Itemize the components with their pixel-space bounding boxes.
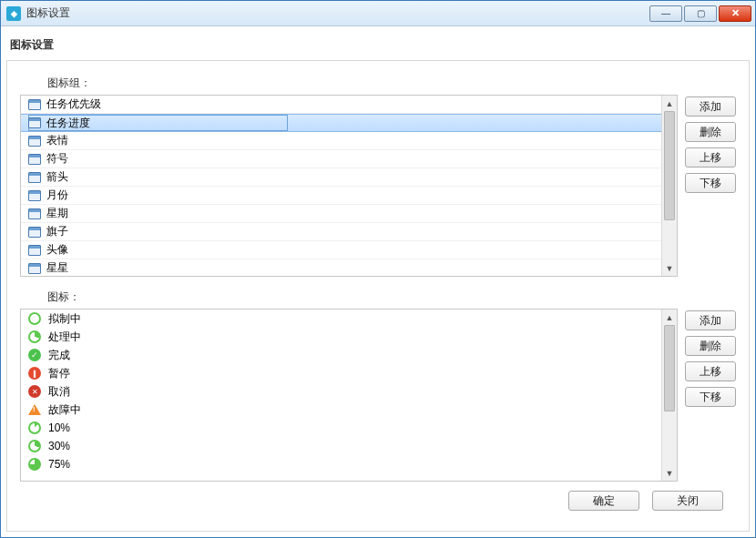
group-item-label: 符号 bbox=[46, 151, 68, 167]
progress-pie-icon bbox=[28, 458, 41, 471]
group-item-label: 旗子 bbox=[46, 224, 68, 239]
group-item-label: 月份 bbox=[46, 188, 68, 203]
groups-listbox[interactable]: 任务优先级任务进度表情符号箭头月份星期旗子头像星星 ▲ ▼ bbox=[20, 95, 678, 277]
warning-icon bbox=[28, 404, 41, 415]
icon-item-label: 取消 bbox=[48, 384, 70, 400]
footer: 确定 关闭 bbox=[20, 482, 736, 513]
minimize-button[interactable]: — bbox=[649, 5, 682, 22]
groups-add-button[interactable]: 添加 bbox=[685, 96, 736, 117]
group-item[interactable]: 头像 bbox=[21, 241, 661, 259]
icon-item[interactable]: 故障中 bbox=[21, 401, 661, 419]
icon-item-label: 拟制中 bbox=[48, 311, 81, 327]
content-area: 图标组： 任务优先级任务进度表情符号箭头月份星期旗子头像星星 ▲ ▼ 添加 删除 bbox=[6, 61, 750, 532]
scroll-up-icon[interactable]: ▲ bbox=[663, 310, 677, 324]
group-item-label: 任务进度 bbox=[46, 116, 90, 131]
progress-pie-icon bbox=[28, 421, 41, 434]
group-item-label: 星期 bbox=[46, 206, 68, 221]
scroll-track[interactable] bbox=[662, 111, 677, 260]
icon-item[interactable]: 暂停 bbox=[21, 364, 661, 382]
window-icon bbox=[28, 154, 41, 165]
group-item-label: 箭头 bbox=[46, 169, 68, 185]
progress-pie-icon bbox=[28, 440, 41, 452]
window-controls: — ▢ ✕ bbox=[649, 5, 751, 22]
icons-label: 图标： bbox=[47, 289, 736, 305]
groups-label: 图标组： bbox=[47, 76, 736, 91]
group-item-label: 头像 bbox=[46, 242, 68, 258]
icon-item[interactable]: 取消 bbox=[21, 382, 661, 401]
window-title: 图标设置 bbox=[26, 5, 649, 21]
progress-pie-icon bbox=[28, 330, 41, 343]
icons-side-buttons: 添加 删除 上移 下移 bbox=[685, 309, 736, 407]
icons-add-button[interactable]: 添加 bbox=[685, 310, 736, 330]
close-button[interactable]: 关闭 bbox=[652, 491, 723, 511]
group-item-label: 表情 bbox=[46, 133, 68, 148]
groups-row: 任务优先级任务进度表情符号箭头月份星期旗子头像星星 ▲ ▼ 添加 删除 上移 下… bbox=[20, 95, 736, 277]
window-frame: ◆ 图标设置 — ▢ ✕ 图标设置 图标组： 任务优先级任务进度表情符号箭头月份… bbox=[0, 0, 756, 538]
groups-movedown-button[interactable]: 下移 bbox=[685, 173, 736, 193]
dialog-body: 图标设置 图标组： 任务优先级任务进度表情符号箭头月份星期旗子头像星星 ▲ ▼ … bbox=[1, 26, 755, 537]
progress-pie-icon bbox=[28, 312, 41, 325]
window-icon bbox=[28, 263, 41, 274]
groups-side-buttons: 添加 删除 上移 下移 bbox=[685, 95, 736, 193]
titlebar[interactable]: ◆ 图标设置 — ▢ ✕ bbox=[1, 1, 755, 26]
group-item[interactable]: 任务进度 bbox=[21, 114, 661, 132]
pause-icon bbox=[28, 367, 41, 380]
icon-item[interactable]: 拟制中 bbox=[21, 310, 661, 328]
panel-header: 图标设置 bbox=[6, 32, 750, 61]
close-window-button[interactable]: ✕ bbox=[719, 5, 751, 22]
group-item-label: 任务优先级 bbox=[46, 96, 101, 112]
icons-row: 拟制中处理中完成暂停取消故障中10%30%75% ▲ ▼ 添加 删除 上移 下移 bbox=[20, 309, 736, 482]
cancel-icon bbox=[28, 385, 41, 398]
ok-button[interactable]: 确定 bbox=[568, 491, 639, 511]
icon-item[interactable]: 完成 bbox=[21, 346, 661, 364]
icon-item[interactable]: 处理中 bbox=[21, 328, 661, 346]
window-icon bbox=[28, 245, 41, 256]
window-icon bbox=[28, 117, 41, 128]
icon-item-label: 10% bbox=[48, 421, 70, 434]
done-icon bbox=[28, 349, 41, 361]
group-item-label: 星星 bbox=[46, 260, 68, 276]
window-icon bbox=[28, 172, 41, 183]
scroll-track[interactable] bbox=[662, 325, 677, 465]
scroll-down-icon[interactable]: ▼ bbox=[663, 466, 677, 480]
icon-item-label: 暂停 bbox=[48, 366, 70, 381]
icon-item[interactable]: 75% bbox=[21, 455, 661, 473]
icon-item[interactable]: 30% bbox=[21, 437, 661, 455]
groups-moveup-button[interactable]: 上移 bbox=[685, 147, 736, 167]
scroll-thumb[interactable] bbox=[664, 325, 675, 411]
window-icon bbox=[28, 136, 41, 147]
icon-item[interactable]: 10% bbox=[21, 419, 661, 437]
window-icon bbox=[28, 227, 41, 238]
group-item[interactable]: 旗子 bbox=[21, 223, 661, 241]
icon-item-label: 75% bbox=[48, 458, 70, 471]
group-item[interactable]: 任务优先级 bbox=[21, 96, 661, 114]
maximize-button[interactable]: ▢ bbox=[684, 5, 717, 22]
icons-delete-button[interactable]: 删除 bbox=[685, 336, 736, 356]
icon-item-label: 完成 bbox=[48, 348, 70, 363]
icon-item-label: 30% bbox=[48, 440, 70, 452]
icon-item-label: 故障中 bbox=[48, 402, 81, 418]
scroll-down-icon[interactable]: ▼ bbox=[663, 261, 677, 275]
scroll-up-icon[interactable]: ▲ bbox=[663, 96, 677, 110]
window-icon bbox=[28, 99, 41, 110]
group-item[interactable]: 月份 bbox=[21, 187, 661, 205]
groups-scrollbar[interactable]: ▲ ▼ bbox=[661, 96, 677, 276]
icons-moveup-button[interactable]: 上移 bbox=[685, 361, 736, 381]
icons-movedown-button[interactable]: 下移 bbox=[685, 387, 736, 407]
group-item[interactable]: 星星 bbox=[21, 259, 661, 276]
window-icon bbox=[28, 208, 41, 219]
group-item[interactable]: 箭头 bbox=[21, 168, 661, 187]
group-item[interactable]: 星期 bbox=[21, 205, 661, 223]
icons-listbox[interactable]: 拟制中处理中完成暂停取消故障中10%30%75% ▲ ▼ bbox=[20, 309, 678, 482]
groups-delete-button[interactable]: 删除 bbox=[685, 122, 736, 142]
group-item[interactable]: 表情 bbox=[21, 132, 661, 150]
scroll-thumb[interactable] bbox=[664, 111, 675, 220]
icons-scrollbar[interactable]: ▲ ▼ bbox=[661, 310, 677, 481]
window-icon bbox=[28, 190, 41, 201]
group-item[interactable]: 符号 bbox=[21, 150, 661, 168]
app-icon: ◆ bbox=[6, 6, 21, 21]
icon-item-label: 处理中 bbox=[48, 330, 81, 345]
